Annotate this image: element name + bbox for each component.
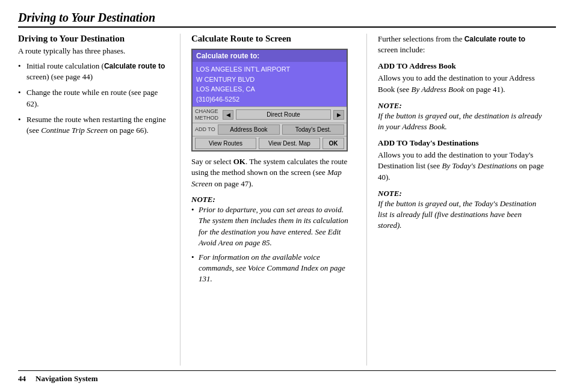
change-method-label: CHANGEMETHOD: [195, 108, 220, 121]
right-section-2: ADD TO Today's Destinations Allows you t…: [378, 138, 544, 231]
italic-text: Continue Trip Screen: [41, 126, 108, 135]
italic-by-today: By Today's Destinations: [442, 161, 517, 170]
page-container: Driving to Your Destination Driving to Y…: [0, 0, 574, 392]
note-text-1: Prior to departure, you can set areas to…: [199, 205, 348, 247]
screen-mockup: Calculate route to: LOS ANGELES INT'L AI…: [191, 49, 348, 152]
list-item: For information on the available voice c…: [191, 252, 356, 285]
right-section-1: ADD TO Address Book Allows you to add th…: [378, 61, 544, 132]
page-number: 44: [18, 374, 26, 384]
address-line4: (310)646-5252: [196, 94, 343, 105]
list-item: Resume the route when restarting the eng…: [18, 114, 168, 136]
address-book-btn[interactable]: Address Book: [218, 124, 280, 135]
arrow-right-btn[interactable]: ▶: [333, 110, 344, 120]
right-note-label-1: NOTE:: [378, 101, 544, 111]
italic-by-address: By Address Book: [412, 85, 464, 94]
middle-column: Calculate Route to Screen Calculate rout…: [181, 34, 367, 366]
right-intro: Further selections from the Calculate ro…: [378, 34, 544, 55]
screen-bottom-row: View Routes View Dest. Map OK: [193, 136, 347, 150]
left-column: Driving to Your Destination A route typi…: [18, 34, 181, 366]
arrow-left-btn[interactable]: ◀: [223, 110, 233, 120]
list-item: Prior to departure, you can set areas to…: [191, 204, 356, 248]
todays-dest-btn[interactable]: Today's Dest.: [282, 124, 344, 135]
mid-note-list: Prior to departure, you can set areas to…: [191, 204, 356, 284]
direct-route-btn[interactable]: Direct Route: [236, 109, 331, 120]
bullet-text: Resume the route when restarting the eng…: [26, 115, 166, 135]
bullet-text: Change the route while en route (see pag…: [26, 88, 158, 108]
screen-header: Calculate route to:: [193, 50, 347, 62]
address-line2: W CENTURY BLVD: [196, 75, 343, 85]
mid-say-select: Say or select OK. The system calculates …: [191, 156, 356, 191]
view-routes-btn[interactable]: View Routes: [195, 138, 256, 149]
mid-note-block: NOTE: Prior to departure, you can set ar…: [191, 195, 356, 284]
address-line3: LOS ANGELES, CA: [196, 84, 343, 94]
right-section-title-2: ADD TO Today's Destinations: [378, 138, 544, 148]
right-note-text-2: If the button is grayed out, the Today's…: [378, 198, 544, 231]
page-title: Driving to Your Destination: [18, 11, 155, 24]
note-text-2: For information on the available voice c…: [199, 253, 345, 283]
left-section-title: Driving to Your Destination: [18, 34, 168, 44]
screen-add-row: ADD TO Address Book Today's Dest.: [193, 123, 347, 136]
right-note-label-2: NOTE:: [378, 189, 544, 198]
right-section-title-1: ADD TO Address Book: [378, 61, 544, 71]
ok-btn[interactable]: OK: [322, 138, 344, 149]
view-dest-map-btn[interactable]: View Dest. Map: [259, 138, 320, 149]
page-footer: 44 Navigation System: [18, 370, 556, 384]
left-section-intro: A route typically has three phases.: [18, 46, 168, 56]
footer-nav-label: Navigation System: [35, 374, 98, 384]
right-section-text-1: Allows you to add the destination to you…: [378, 73, 544, 94]
page-title-bar: Driving to Your Destination: [18, 11, 556, 28]
right-bold-text: Calculate route to: [464, 35, 525, 43]
mid-note-label: NOTE:: [191, 195, 356, 204]
ok-bold: OK: [233, 157, 245, 166]
content-area: Driving to Your Destination A route typi…: [18, 34, 556, 366]
bold-text: Calculate route to: [104, 62, 165, 70]
list-item: Change the route while en route (see pag…: [18, 87, 168, 109]
map-screen-italic: Map Screen: [191, 168, 342, 188]
left-bullet-list: Initial route calculation (Calculate rou…: [18, 61, 168, 136]
screen-change-method-row: CHANGEMETHOD ◀ Direct Route ▶: [193, 106, 347, 123]
right-section-text-2: Allows you to add the destination to you…: [378, 150, 544, 183]
right-column: Further selections from the Calculate ro…: [367, 34, 544, 366]
screen-address: LOS ANGELES INT'L AIRPORT W CENTURY BLVD…: [193, 62, 347, 106]
address-line1: LOS ANGELES INT'L AIRPORT: [196, 64, 343, 75]
add-to-label: ADD TO: [195, 126, 215, 133]
list-item: Initial route calculation (Calculate rou…: [18, 61, 168, 82]
bullet-text: Initial route calculation (Calculate rou…: [26, 61, 165, 81]
right-note-text-1: If the button is grayed out, the destina…: [378, 111, 544, 132]
mid-section-title: Calculate Route to Screen: [191, 34, 356, 44]
